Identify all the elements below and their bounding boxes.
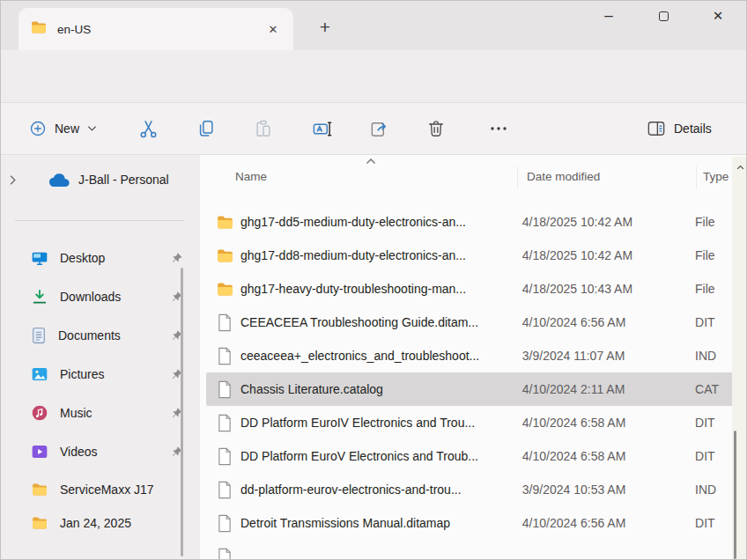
file-row[interactable]: ghg17-heavy-duty-troubleshooting-man... … (206, 272, 735, 306)
sidebar-item-music[interactable]: Music (31, 400, 92, 426)
file-explorer-window: en-US ✕ + – ✕ … TechLit (0, 0, 747, 560)
paste-icon (254, 119, 273, 138)
folder-icon (215, 247, 234, 265)
more-icon (490, 126, 507, 131)
file-type: DIT (695, 449, 735, 463)
new-button[interactable]: New (18, 103, 107, 154)
maximize-icon (659, 11, 669, 21)
sidebar-item-label: Desktop (60, 251, 105, 265)
file-row[interactable]: ghg17-dd8-medium-duty-electronics-an... … (206, 239, 735, 272)
rename-button[interactable] (306, 103, 337, 154)
file-row[interactable]: ceeaceea+_electronics_and_troubleshoot..… (206, 339, 735, 372)
file-name: ghg17-dd5-medium-duty-electronics-an... (240, 215, 514, 229)
desktop-icon (31, 249, 48, 267)
file-date-modified: 4/18/2025 10:43 AM (522, 282, 665, 296)
file-date-modified: 4/18/2025 10:42 AM (522, 248, 665, 262)
onedrive-cloud-icon (48, 173, 70, 188)
chevron-down-icon (87, 125, 97, 132)
close-button[interactable]: ✕ (698, 1, 738, 31)
document-icon (215, 548, 234, 560)
chevron-right-icon (8, 174, 17, 186)
file-name: Detroit Transmissions Manual.ditamap (240, 516, 514, 530)
file-name: ghg17-dd8-medium-duty-electronics-an... (240, 248, 514, 262)
file-type: DIT (695, 315, 735, 329)
music-icon (31, 404, 48, 422)
file-row[interactable]: CEEACEEA Troubleshooting Guide.ditam... … (206, 306, 735, 339)
minimize-button[interactable]: – (588, 1, 629, 31)
column-header-name[interactable]: Name (235, 170, 267, 183)
sidebar-item-pictures[interactable]: Pictures (31, 361, 105, 387)
file-row[interactable]: Detroit Transmissions Manual.ditamap 4/1… (206, 506, 735, 540)
command-toolbar: New Details (1, 102, 747, 155)
documents-icon (31, 327, 47, 344)
copy-button[interactable] (190, 103, 222, 154)
folder-icon (30, 18, 48, 40)
file-type: File (695, 282, 735, 296)
tab-close-icon[interactable]: ✕ (262, 18, 285, 41)
file-name: CEEACEEA Troubleshooting Guide.ditam... (240, 315, 514, 329)
file-name: DD Platform EuroIV Electronics and Trou.… (240, 416, 514, 430)
details-button[interactable]: Details (638, 103, 721, 154)
column-separator[interactable] (696, 166, 697, 189)
sidebar-item-label: Music (60, 406, 92, 420)
file-name: ceeaceea+_electronics_and_troubleshoot..… (240, 349, 514, 363)
document-icon (215, 481, 234, 499)
column-separator[interactable] (517, 166, 518, 189)
downloads-icon (31, 288, 48, 306)
file-date-modified: 4/10/2024 6:56 AM (522, 315, 665, 329)
videos-icon (31, 443, 48, 461)
document-icon (215, 514, 234, 533)
details-panel-icon (647, 120, 666, 137)
file-name: DD Platform EuroV Electronics and Troub.… (240, 449, 514, 463)
more-options-button[interactable] (483, 103, 514, 154)
pin-icon (171, 252, 183, 264)
sidebar-item-label: Videos (60, 445, 98, 459)
file-row[interactable]: ghg17-dd5-medium-duty-electronics-an... … (206, 205, 735, 239)
plus-circle-icon (29, 120, 47, 137)
tab-en-us[interactable]: en-US ✕ (18, 8, 293, 50)
sidebar-item-documents[interactable]: Documents (31, 322, 121, 349)
cut-button[interactable] (132, 103, 164, 154)
maximize-button[interactable] (643, 1, 684, 31)
details-button-label: Details (674, 122, 712, 136)
tab-bar: en-US ✕ + – ✕ (1, 1, 747, 50)
sidebar-divider (15, 220, 184, 221)
folder-icon (215, 280, 234, 298)
paste-button[interactable] (248, 103, 279, 154)
delete-button[interactable] (420, 103, 452, 154)
share-icon (369, 119, 389, 139)
sidebar-scrollbar[interactable] (181, 268, 183, 556)
file-date-modified: 3/9/2024 10:53 AM (522, 483, 665, 497)
sidebar-item-downloads[interactable]: Downloads (31, 284, 121, 310)
file-row[interactable]: DD Platform EuroV Electronics and Troub.… (206, 439, 735, 473)
file-row[interactable]: dd-platform-eurov-electronics-and-trou..… (206, 473, 735, 506)
cut-icon (138, 119, 159, 139)
file-type: File (695, 248, 735, 262)
sidebar-item-label: Pictures (60, 367, 105, 381)
sidebar-item-jan-24-2025[interactable]: Jan 24, 2025 (31, 510, 131, 536)
file-type: IND (695, 349, 735, 363)
pictures-icon (31, 365, 48, 383)
sidebar-item-videos[interactable]: Videos (31, 438, 98, 465)
new-tab-button[interactable]: + (311, 13, 339, 41)
rename-icon (312, 119, 332, 139)
file-row-selected[interactable]: Chassis Literature.catalog 4/10/2024 2:1… (206, 372, 735, 406)
sidebar-item-servicemaxx[interactable]: ServiceMaxx J17 (31, 476, 154, 503)
scrollbar-up-icon[interactable] (736, 165, 744, 170)
file-row-partial[interactable] (206, 540, 735, 560)
file-date-modified: 3/9/2024 11:07 AM (522, 349, 665, 363)
file-list-scrollbar-thumb[interactable] (734, 431, 736, 559)
file-date-modified: 4/10/2024 6:56 AM (522, 516, 665, 530)
folder-icon (31, 481, 48, 498)
share-button[interactable] (363, 103, 395, 154)
sidebar-item-desktop[interactable]: Desktop (31, 245, 105, 271)
copy-icon (196, 119, 216, 138)
file-date-modified: 4/10/2024 6:58 AM (522, 449, 665, 463)
file-row[interactable]: DD Platform EuroIV Electronics and Trou.… (206, 406, 735, 439)
sidebar-item-label: ServiceMaxx J17 (60, 483, 154, 497)
column-header-type[interactable]: Type (703, 170, 729, 183)
column-header-date-modified[interactable]: Date modified (527, 170, 600, 183)
sidebar-item-onedrive[interactable]: J-Ball - Personal (8, 166, 169, 193)
file-date-modified: 4/18/2025 10:42 AM (522, 215, 665, 229)
file-type: CAT (695, 382, 735, 396)
